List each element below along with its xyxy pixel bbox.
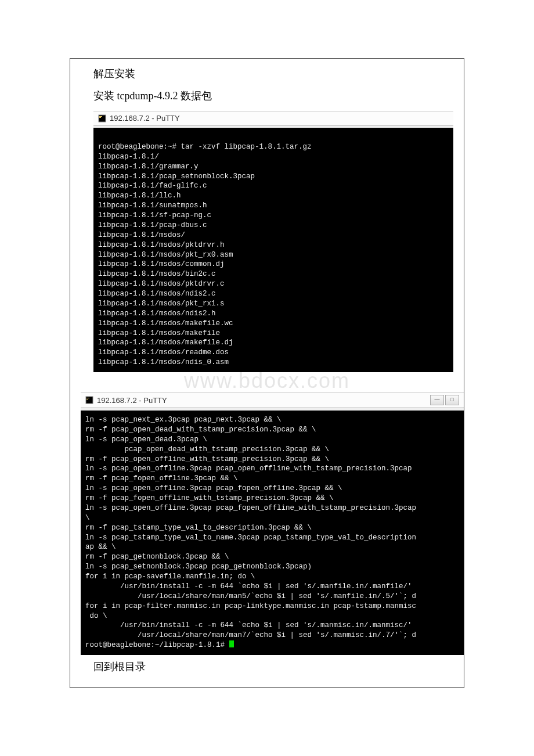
svg-rect-4 bbox=[86, 398, 89, 398]
putty-title-text-2: 192.168.7.2 - PuTTY bbox=[97, 396, 167, 405]
putty-window-2: 192.168.7.2 - PuTTY — □ ln -s pcap_next_… bbox=[81, 392, 464, 655]
svg-rect-2 bbox=[99, 117, 101, 118]
window-controls: — □ bbox=[430, 395, 459, 405]
heading-extract-install: 解压安装 bbox=[93, 67, 446, 81]
putty-titlebar-2[interactable]: 192.168.7.2 - PuTTY — □ bbox=[81, 392, 464, 408]
svg-rect-3 bbox=[86, 397, 93, 404]
maximize-button[interactable]: □ bbox=[445, 395, 459, 405]
putty-icon bbox=[98, 114, 106, 123]
putty-titlebar-1[interactable]: 192.168.7.2 - PuTTY bbox=[93, 111, 453, 125]
footer-back-to-root: 回到根目录 bbox=[93, 660, 446, 674]
terminal-output-2[interactable]: ln -s pcap_next_ex.3pcap pcap_next.3pcap… bbox=[81, 411, 464, 655]
putty-window-1: 192.168.7.2 - PuTTY root@beaglebone:~# t… bbox=[93, 111, 453, 372]
terminal-cursor bbox=[229, 640, 234, 647]
svg-rect-1 bbox=[99, 116, 102, 117]
document-page: 解压安装 安装 tcpdump-4.9.2 数据包 192.168.7.2 - … bbox=[70, 58, 464, 688]
watermark-zone: www.bdocx.com bbox=[70, 372, 464, 392]
putty-icon bbox=[85, 396, 93, 404]
minimize-button[interactable]: — bbox=[430, 395, 444, 405]
svg-rect-5 bbox=[86, 399, 88, 399]
watermark-text: www.bdocx.com bbox=[70, 369, 464, 393]
heading-install-tcpdump: 安装 tcpdump-4.9.2 数据包 bbox=[93, 89, 446, 103]
terminal-output-1[interactable]: root@beaglebone:~# tar -xzvf libpcap-1.8… bbox=[93, 128, 453, 372]
putty-title-text-1: 192.168.7.2 - PuTTY bbox=[110, 114, 180, 123]
svg-rect-0 bbox=[99, 115, 106, 122]
